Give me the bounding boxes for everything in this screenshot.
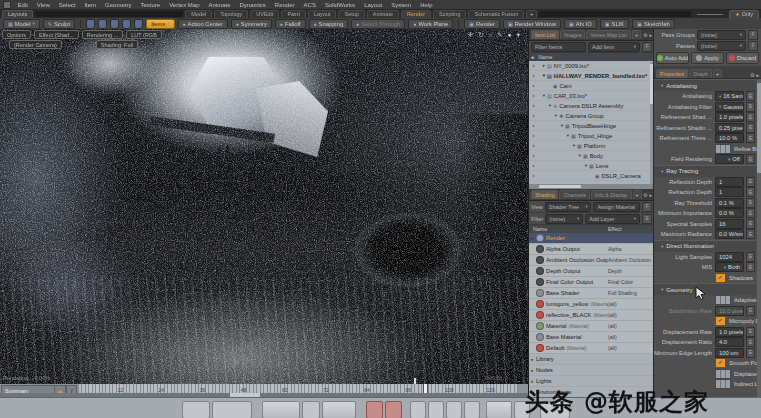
brush-icon[interactable]: ✎ (497, 31, 502, 39)
tree-item-cam[interactable]: ●◉Cam (529, 81, 654, 91)
property-field[interactable]: 0.25 pixels (715, 123, 744, 133)
property-field[interactable]: 1.0 pixels (715, 112, 744, 122)
envelope-button[interactable]: E (746, 348, 755, 358)
property-field[interactable]: ▾Off (715, 154, 744, 164)
visibility-dot-icon[interactable]: ● (529, 133, 538, 138)
tree-item-body[interactable]: ●▾▦Body (529, 151, 654, 161)
envelope-button[interactable]: E (746, 91, 755, 101)
tab-channels[interactable]: Channels (559, 190, 589, 199)
action-center-button[interactable]: ●Action Center (178, 19, 228, 29)
items-mode-button[interactable]: Items▾ (146, 19, 174, 29)
transport-button[interactable] (464, 401, 480, 418)
tab-add-tab[interactable]: + (713, 69, 722, 78)
property-field[interactable]: 10.0 pixels (715, 306, 744, 316)
envelope-button[interactable]: E (746, 133, 755, 143)
tree-item-tripod-hinge[interactable]: ●▾▦Tripod_Hinge (529, 131, 654, 141)
transport-button[interactable] (428, 401, 444, 418)
envelope-button[interactable]: E (746, 252, 755, 262)
property-field[interactable]: 16 (715, 219, 744, 229)
work-plane-button[interactable]: ●Work Plane (408, 19, 453, 29)
tree-item-car-03-lxo-[interactable]: ●▾▤CAR_03.lxo* (529, 91, 654, 101)
record-button[interactable] (385, 401, 402, 418)
add-layer-dropdown[interactable]: Add Layer ▾ (585, 214, 640, 224)
tree-item-camera-group[interactable]: ●▾❖Camera Group (529, 111, 654, 121)
shader-row-alpha-output[interactable]: Alpha OutputAlpha (529, 244, 654, 255)
property-field[interactable]: 0.0 W/srm2 (715, 229, 744, 239)
tree-item-lens[interactable]: ●▾▦Lens (529, 161, 654, 171)
menu-item-geometry[interactable]: Geometry (101, 2, 136, 8)
item-list-options-button[interactable]: F (642, 42, 652, 52)
pass-new-button[interactable]: F (748, 41, 758, 51)
envelope-button[interactable]: E (746, 219, 755, 229)
envelope-button[interactable]: E (746, 187, 755, 197)
visibility-dot-icon[interactable]: ● (529, 113, 538, 118)
shader-row-ambient-occlusion-output[interactable]: Ambient Occlusion OutputAmbient Occlusio… (529, 255, 654, 266)
menu-item-view[interactable]: View (32, 2, 54, 8)
render-button[interactable]: ▣Render (464, 19, 500, 29)
menu-item-texture[interactable]: Texture (136, 2, 165, 8)
shader-row-library[interactable]: ▸Library (529, 354, 654, 365)
envelope-button[interactable]: E (746, 337, 755, 347)
property-field[interactable]: 4.0 (715, 337, 744, 347)
menu-item-edit[interactable]: Edit (13, 2, 32, 8)
transport-button[interactable] (302, 401, 320, 418)
layer-envelope-button[interactable]: E (642, 214, 652, 224)
checkbox-checked[interactable]: ✓ (715, 358, 726, 368)
auto-select-icon[interactable] (86, 19, 95, 29)
dot-icon[interactable]: ● (508, 31, 512, 39)
tab-add-tab[interactable]: + (633, 190, 642, 199)
viewport-option-shading-full[interactable]: Shading: Full (96, 40, 138, 49)
gear-icon[interactable]: ⚙ (750, 72, 754, 78)
orbit-icon[interactable]: ↻ (478, 31, 483, 39)
menu-item-layout[interactable]: Layout (360, 2, 387, 8)
mode-dropdown[interactable]: ▦Model▾ (3, 19, 40, 29)
properties-scrollbar[interactable] (757, 79, 761, 397)
visibility-dot-icon[interactable]: ● (529, 83, 538, 88)
transport-button[interactable] (212, 401, 252, 418)
property-field[interactable]: 0.0 % (715, 208, 744, 218)
shader-row-base-material[interactable]: Base Material(all) (529, 332, 654, 343)
tree-item-dslr-camera[interactable]: ●◉DSLR_Camera (529, 171, 654, 181)
tab-graph[interactable]: Graph (689, 69, 712, 78)
menu-item-acs[interactable]: ACS (299, 2, 320, 8)
menu-item-dynamics[interactable]: Dynamics (235, 2, 270, 8)
transport-button[interactable] (486, 401, 512, 418)
tree-item-tripodbasehinge[interactable]: ●▾▦TripodBaseHinge (529, 121, 654, 131)
property-field[interactable]: 1 (715, 177, 744, 187)
viewport-option--render-camera-[interactable]: (Render Camera) (9, 40, 62, 49)
passes-dropdown[interactable]: (none) ▾ (697, 41, 746, 51)
transport-button[interactable] (322, 401, 356, 418)
pass-group-new-button[interactable]: F (748, 30, 758, 40)
render-window-button[interactable]: ▣Render Window (503, 19, 561, 29)
property-field[interactable]: ▾Gaussian (715, 102, 744, 112)
shader-row-nodes[interactable]: ▸Nodes (529, 365, 654, 376)
visibility-dot-icon[interactable]: ● (529, 143, 538, 148)
shader-row-depth-output[interactable]: Depth OutputDepth (529, 266, 654, 277)
envelope-button[interactable]: E (746, 177, 755, 187)
pan-icon[interactable]: ✛ (468, 31, 473, 39)
menu-item-item[interactable]: Item (80, 2, 101, 8)
visibility-dot-icon[interactable]: ● (529, 163, 538, 168)
menu-item-animate[interactable]: Animate (204, 2, 235, 8)
discard-button[interactable]: Discard (726, 52, 759, 64)
checkbox-unchecked[interactable] (715, 295, 731, 305)
viewport-option-lut-rgb[interactable]: LUT (RGB (126, 30, 162, 39)
envelope-button[interactable]: E (746, 262, 755, 272)
menu-item-render[interactable]: Render (270, 2, 299, 8)
envelope-button[interactable]: E (746, 123, 755, 133)
envelope-button[interactable]: E (746, 198, 755, 208)
visibility-dot-icon[interactable]: ● (529, 73, 538, 78)
expand-icon[interactable]: ▸ (756, 72, 759, 78)
gear-icon[interactable]: ⚙ (643, 192, 647, 198)
collapse-icon[interactable]: ▾ (529, 236, 536, 241)
visibility-dot-icon[interactable]: ● (529, 123, 538, 128)
visibility-dot-icon[interactable]: ● (529, 153, 538, 158)
expand-icon[interactable]: ▸ (529, 357, 536, 362)
apply-button[interactable]: Apply (691, 52, 724, 64)
tab-properties[interactable]: Properties (656, 69, 688, 78)
shader-row-final-color-output[interactable]: Final Color OutputFinal Color (529, 277, 654, 288)
tree-item-camera-dslr-assembly[interactable]: ●▾✛Camera DSLR Assembly (529, 101, 654, 111)
shader-row-default[interactable]: Default(Material)(all) (529, 343, 654, 354)
viewport-option-effect-shad-[interactable]: Effect (Shad... (34, 30, 79, 39)
shader-row-reflective-black[interactable]: reflective_BLACK(Material)(all) (529, 310, 654, 321)
